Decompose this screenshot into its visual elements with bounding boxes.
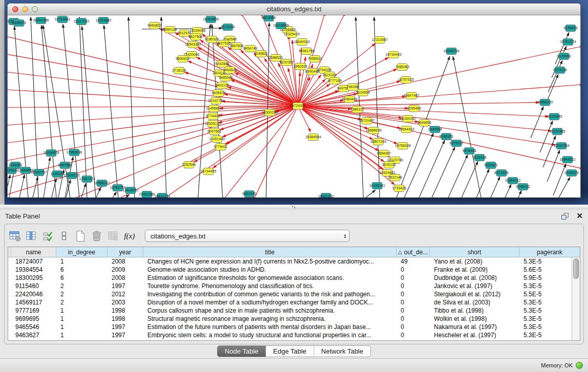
- graph-node[interactable]: 12505130: [205, 121, 221, 127]
- graph-node[interactable]: 1640954: [428, 126, 442, 133]
- graph-node[interactable]: 9938923: [439, 134, 453, 140]
- graph-node[interactable]: 2933114: [473, 155, 487, 161]
- table-row[interactable]: 2242004622012Investigating the contribut…: [8, 290, 580, 298]
- graph-node[interactable]: 19654923: [398, 126, 414, 133]
- graph-node[interactable]: 7485083: [395, 64, 409, 71]
- graph-node[interactable]: 1962615: [293, 63, 307, 70]
- scrollbar-thumb[interactable]: [573, 258, 579, 279]
- graph-node[interactable]: 21853386: [139, 191, 155, 198]
- graph-node[interactable]: 8220357: [279, 59, 293, 66]
- graph-node[interactable]: 17959936: [66, 149, 82, 156]
- table-row[interactable]: 969969511998Structural magnetic resonanc…: [8, 315, 580, 323]
- graph-node[interactable]: 11253860: [96, 17, 112, 24]
- table-row[interactable]: 911546021997Tourette syndrome. Phenomeno…: [8, 282, 580, 290]
- graph-node[interactable]: 12213987: [372, 37, 387, 43]
- table-row[interactable]: 1938455462009Genome-wide association stu…: [8, 266, 580, 274]
- graph-node[interactable]: 9890612: [176, 56, 189, 62]
- graph-node[interactable]: 2718126: [172, 68, 186, 74]
- tab-edge-table[interactable]: Edge Table: [266, 346, 314, 357]
- graph-node[interactable]: 13416952: [122, 187, 138, 194]
- graph-node[interactable]: 16648794: [443, 48, 459, 55]
- graph-node[interactable]: 18807249: [370, 139, 386, 145]
- graph-node[interactable]: 15227042: [73, 18, 89, 25]
- graph-node[interactable]: 8960128: [163, 27, 177, 33]
- column-header-in-degree[interactable]: in_degree: [56, 247, 107, 257]
- graph-node[interactable]: 20091406: [33, 17, 49, 24]
- graph-node[interactable]: 6379197: [449, 140, 463, 147]
- graph-node[interactable]: 9684067: [377, 150, 390, 157]
- select-mode-icon[interactable]: [40, 229, 55, 243]
- row-view-icon[interactable]: [57, 229, 71, 243]
- graph-node[interactable]: 19384554: [305, 134, 321, 141]
- graph-node[interactable]: 16944522: [559, 157, 575, 163]
- graph-node[interactable]: 7386372: [350, 106, 364, 113]
- graph-node[interactable]: 9774403: [206, 113, 220, 120]
- graph-node[interactable]: 15751074: [560, 39, 576, 46]
- graph-node[interactable]: 8813054: [262, 15, 275, 21]
- panel-splitter[interactable]: [0, 205, 588, 209]
- graph-node[interactable]: 9129966: [557, 53, 571, 60]
- table-selector-dropdown[interactable]: citations_edges.txt ▴▾: [145, 230, 350, 242]
- graph-node[interactable]: 9155493: [563, 25, 577, 32]
- graph-node[interactable]: 9827516: [216, 40, 230, 47]
- graph-node[interactable]: 9097561: [207, 128, 221, 135]
- graph-node[interactable]: 12010354: [553, 143, 569, 149]
- graph-node[interactable]: 2522148: [388, 174, 402, 181]
- column-header-name[interactable]: name: [11, 247, 56, 257]
- graph-node[interactable]: 18611302: [318, 193, 334, 198]
- table-row[interactable]: 977716911998Corpus callosum shape and si…: [8, 307, 580, 315]
- graph-node[interactable]: 9681530: [242, 191, 256, 198]
- close-panel-icon[interactable]: ✕: [576, 211, 583, 221]
- graph-node[interactable]: 19734493: [385, 52, 401, 58]
- graph-node[interactable]: 15720407: [359, 118, 375, 124]
- graph-node[interactable]: 9405573: [12, 20, 26, 27]
- graph-node[interactable]: 16164162: [400, 116, 416, 122]
- graph-node[interactable]: 17957223: [79, 176, 95, 183]
- network-window-titlebar[interactable]: citations_edges.txt: [8, 4, 580, 15]
- graph-node[interactable]: 11456861: [206, 105, 222, 112]
- tab-network-table[interactable]: Network Table: [314, 346, 371, 357]
- graph-node[interactable]: 16053809: [203, 16, 219, 23]
- column-header-out-degree[interactable]: △out_de...: [397, 247, 430, 257]
- graph-node[interactable]: 9463822: [147, 23, 161, 29]
- graph-node[interactable]: 9774411: [214, 144, 228, 150]
- graph-node[interactable]: 9097568: [58, 162, 72, 169]
- graph-node[interactable]: 7955812: [308, 56, 321, 62]
- graph-node[interactable]: 12142750: [208, 98, 224, 104]
- graph-node[interactable]: 8454749: [243, 46, 257, 52]
- graph-node[interactable]: 12325419: [284, 31, 299, 38]
- graph-node[interactable]: 9465549: [219, 75, 232, 81]
- float-panel-icon[interactable]: [561, 212, 569, 220]
- column-header-title[interactable]: title: [143, 247, 397, 257]
- graph-node[interactable]: 16811234: [155, 193, 170, 198]
- graph-node[interactable]: 15958120: [537, 99, 553, 106]
- network-canvas[interactable]: 1872400794638228960128991297415226058982…: [8, 15, 580, 198]
- graph-node[interactable]: 9474444: [462, 148, 476, 155]
- graph-node[interactable]: 9242848: [215, 61, 229, 68]
- graph-node[interactable]: 12142757: [31, 169, 47, 176]
- graph-node[interactable]: 1615132: [382, 162, 396, 168]
- graph-node[interactable]: 10753061: [54, 16, 70, 23]
- graph-node[interactable]: 9699695: [417, 120, 431, 126]
- graph-node[interactable]: 9405578: [211, 90, 225, 97]
- table-row[interactable]: 1456911722003Disruption of a novel membe…: [8, 298, 580, 307]
- graph-node[interactable]: 9463625: [223, 67, 236, 74]
- graph-node[interactable]: 1733426: [392, 185, 406, 192]
- table-row[interactable]: 1830029562008Estimation of significance …: [8, 274, 580, 282]
- create-table-icon[interactable]: [73, 229, 88, 243]
- graph-node[interactable]: 1145194: [51, 171, 64, 178]
- tab-node-table[interactable]: Node Table: [217, 346, 266, 357]
- graph-node[interactable]: 16734495: [200, 168, 216, 175]
- table-row[interactable]: 1872400712008Changes of HCN gene express…: [8, 257, 580, 266]
- graph-node[interactable]: 19756928: [395, 143, 410, 149]
- graph-node[interactable]: 9273118: [553, 67, 567, 74]
- graph-node[interactable]: 10029545: [546, 114, 562, 120]
- graph-node[interactable]: 9245022: [516, 184, 530, 190]
- graph-node[interactable]: 746266: [346, 84, 358, 91]
- delete-column-icon[interactable]: [90, 229, 104, 243]
- graph-node[interactable]: 2867608: [229, 43, 243, 50]
- graph-node[interactable]: 14136141: [369, 183, 385, 189]
- column-header-pagerank[interactable]: pagerank: [519, 247, 580, 257]
- table-row[interactable]: 946362711997Embryonic stem cells: a mode…: [8, 331, 580, 339]
- table-scrollbar[interactable]: [572, 257, 580, 340]
